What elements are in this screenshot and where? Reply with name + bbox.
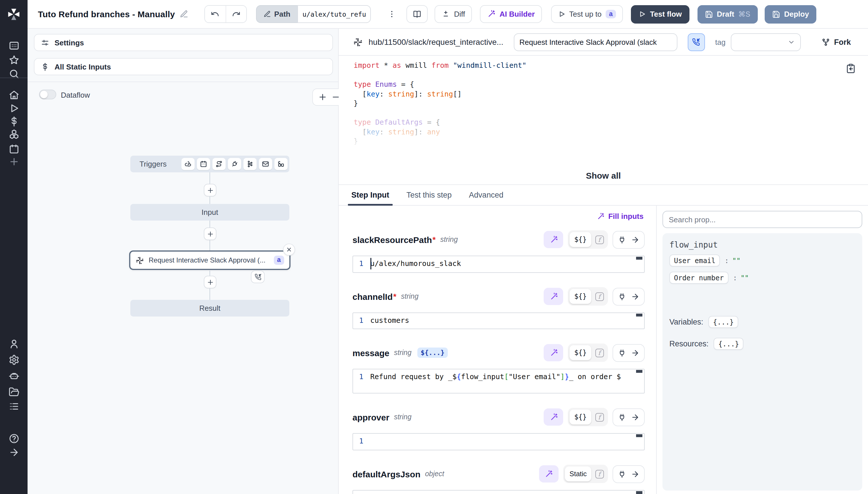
diff-button[interactable]: Diff [435,5,472,23]
mode-template[interactable]: ${} [570,345,591,360]
ai-fill-field-button[interactable] [544,288,564,305]
plug-icon[interactable] [618,292,626,301]
edit-title-pencil-icon[interactable] [179,10,188,18]
ai-fill-field-button[interactable] [544,408,564,426]
sidebar-user-icon[interactable] [7,337,21,350]
triggers-bar[interactable]: Triggers [130,156,289,172]
suspend-settings-button[interactable] [688,33,705,51]
mode-template[interactable]: ${} [570,232,591,247]
sidebar-robot-icon[interactable] [7,369,21,383]
undo-button[interactable] [205,6,225,22]
connect-arrow-icon[interactable] [631,235,639,244]
clipboard-paste-icon[interactable] [846,63,856,74]
ai-fill-field-button[interactable] [544,344,564,361]
mode-javascript-button[interactable]: f [592,467,606,481]
mode-javascript-button[interactable]: f [592,345,606,360]
draft-button[interactable]: Draft ⌘S [697,5,757,23]
hub-script-path[interactable]: hub/11500/slack/request_interactive... [369,37,504,46]
trigger-poll-icon[interactable] [274,158,288,170]
trigger-email-icon[interactable] [259,158,272,170]
mode-javascript-button[interactable]: f [592,232,606,247]
field-editor[interactable]: 1 [353,433,645,450]
insert-step-button[interactable] [204,276,216,288]
input-node[interactable]: Input [130,204,289,221]
show-all-button[interactable]: Show all [339,171,868,180]
path-input[interactable] [297,5,371,23]
connect-arrow-icon[interactable] [631,348,639,357]
path-button[interactable]: Path [256,5,297,23]
connect-arrow-icon[interactable] [631,470,639,478]
insert-step-button[interactable] [204,227,216,240]
field-name: message [353,348,389,358]
field-editor[interactable]: 1Refund request by _${flow_input["User e… [353,369,645,394]
sidebar-help-icon[interactable] [7,431,21,445]
trigger-websocket-icon[interactable] [228,158,241,170]
field-editor[interactable]: 1u/alex/humorous_slack [353,255,645,273]
delete-step-button[interactable] [283,244,295,255]
zoom-in-button[interactable] [318,93,327,102]
trigger-kafka-icon[interactable] [243,158,257,170]
sidebar-calendar-icon[interactable] [7,142,21,156]
ai-fill-field-button[interactable] [544,231,564,248]
prop-chip[interactable]: User email [669,254,720,267]
mode-javascript-button[interactable]: f [592,289,606,304]
windmill-logo-icon[interactable] [6,7,21,22]
result-node[interactable]: Result [130,300,289,317]
tab-step-input[interactable]: Step Input [351,185,389,205]
connect-arrow-icon[interactable] [631,413,639,421]
more-options-button[interactable] [384,5,399,23]
sidebar-dollar-icon[interactable] [7,114,21,128]
plug-icon[interactable] [618,235,626,244]
resources-expand-chip[interactable]: {...} [714,338,744,350]
trigger-route-icon[interactable] [212,158,225,170]
insert-step-button[interactable] [204,184,216,196]
all-static-inputs-button[interactable]: All Static Inputs [34,58,333,75]
prop-search-input[interactable] [663,211,862,228]
settings-button[interactable]: Settings [34,34,333,51]
slack-approval-step-node[interactable]: Request Interactive Slack Approval (... … [129,250,291,270]
prop-chip[interactable]: Order number [669,272,728,284]
sidebar-arrow-right-icon[interactable] [7,445,21,459]
path-label: Path [274,10,290,18]
fill-inputs-button[interactable]: Fill inputs [595,210,645,223]
sidebar-plus-icon[interactable] [7,154,21,168]
sidebar-home-icon[interactable] [7,88,21,102]
plug-icon[interactable] [618,413,626,421]
tab-test-this-step[interactable]: Test this step [407,185,452,205]
ai-builder-button[interactable]: AI Builder [480,5,541,23]
trigger-schedule-icon[interactable] [197,158,210,170]
sidebar-cubes-icon[interactable] [7,127,21,141]
field-editor[interactable]: 1customers [353,312,645,329]
docs-button[interactable] [407,5,428,23]
tab-advanced[interactable]: Advanced [469,185,504,205]
plug-icon[interactable] [618,470,626,478]
step-name-input[interactable] [514,33,677,51]
mode-javascript-button[interactable]: f [592,410,606,424]
trigger-webhook-icon[interactable] [181,158,195,170]
deploy-button[interactable]: Deploy [765,5,816,23]
fork-button[interactable]: Fork [822,38,851,46]
field-editor[interactable]: 1 [353,490,645,494]
redo-button[interactable] [225,6,246,22]
connect-arrow-icon[interactable] [631,292,639,301]
mode-static[interactable]: Static [565,467,591,481]
websocket-icon [231,160,238,168]
plug-icon[interactable] [618,348,626,357]
sidebar-play-icon[interactable] [7,101,21,115]
sidebar-folder-open-icon[interactable] [7,385,21,399]
sidebar-settings-icon[interactable] [7,353,21,366]
ai-fill-field-button[interactable] [539,465,558,482]
test-flow-button[interactable]: Test flow [631,5,689,23]
tag-select[interactable] [731,33,801,51]
test-up-to-button[interactable]: Test up to a [551,5,623,23]
save-icon [705,10,713,18]
sidebar-star-icon[interactable] [7,53,21,66]
mode-template[interactable]: ${} [570,410,591,424]
variables-expand-chip[interactable]: {...} [708,316,738,328]
field-slackResourcePath: slackResourcePath*string${}f1u/alex/humo… [353,231,645,273]
dataflow-toggle[interactable] [39,90,56,99]
sidebar-list-icon[interactable] [7,399,21,413]
mode-template[interactable]: ${} [570,289,591,304]
sidebar-search-icon[interactable] [7,66,21,80]
sidebar-apps-icon[interactable] [7,38,21,52]
